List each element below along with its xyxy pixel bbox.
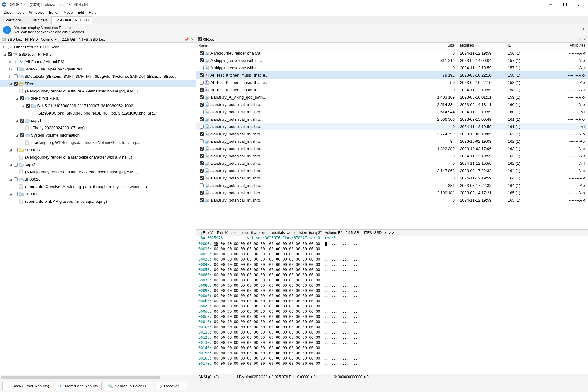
file-row[interactable]: alan.truly_botanical_mushro...02024-11-1… bbox=[196, 152, 588, 160]
file-checkbox[interactable] bbox=[200, 176, 204, 180]
tree-item[interactable]: ◢$F00025 bbox=[0, 190, 196, 198]
file-header-checkbox[interactable] bbox=[198, 37, 202, 41]
column-name[interactable]: Name bbox=[196, 43, 423, 49]
tree-checkbox[interactable] bbox=[20, 96, 24, 100]
file-checkbox[interactable] bbox=[200, 154, 204, 158]
tree-item[interactable]: ◢copy2 bbox=[0, 161, 196, 168]
expand-icon[interactable]: ▷ bbox=[9, 67, 13, 71]
file-panel-expand-icon[interactable]: ⤢ bbox=[578, 37, 581, 42]
hex-line[interactable]: 00020: 00 00 00 00 00 00 00 00 00 00 00 … bbox=[198, 252, 586, 257]
hex-line[interactable]: 00000: 00 00 00 00 00 00 00 00 00 00 00 … bbox=[198, 241, 586, 247]
hex-line[interactable]: 000f0: 00 00 00 00 00 00 00 00 00 00 00 … bbox=[198, 319, 586, 325]
tab-ssd-test-ntfs-0[interactable]: SSD test - NTFS 0 bbox=[51, 16, 92, 24]
hex-line[interactable]: 00170: 00 00 00 00 00 00 00 00 00 00 00 … bbox=[198, 361, 586, 366]
file-checkbox[interactable] bbox=[200, 58, 204, 62]
file-row[interactable]: alan.truly_botanical_mushro...1 822 3892… bbox=[196, 145, 588, 152]
menu-tools[interactable]: Tools bbox=[13, 10, 27, 15]
tree-item[interactable]: ▷▷↻[All Found / Virtual FS] bbox=[0, 58, 196, 65]
file-list-header[interactable]: Name Size Modified ID Attributes bbox=[196, 43, 588, 49]
back-button[interactable]: ← Back (Other Results) bbox=[2, 382, 53, 390]
file-checkbox[interactable] bbox=[200, 191, 204, 195]
file-row[interactable]: alan.truly_botanical_mushro...2 774 7992… bbox=[196, 130, 588, 138]
hex-line[interactable]: 00080: 00 00 00 00 00 00 00 00 00 00 00 … bbox=[198, 283, 586, 288]
hex-line[interactable]: 00120: 00 00 00 00 00 00 00 00 00 00 00 … bbox=[198, 335, 586, 340]
tree-checkbox[interactable] bbox=[14, 74, 18, 78]
tree-item[interactable]: ◢S-1-5-21-2105368396-2117109007-38103809… bbox=[0, 102, 196, 109]
expand-icon[interactable]: ▷ bbox=[9, 60, 13, 63]
column-attributes[interactable]: Attributes bbox=[545, 43, 588, 49]
menu-editor[interactable]: Editor bbox=[47, 10, 61, 15]
hex-line[interactable]: 00100: 00 00 00 00 00 00 00 00 00 00 00 … bbox=[198, 325, 586, 330]
tree-item[interactable]: ($IZ95K0C.png, $IV30I4L.png, $IQEKI6F.jp… bbox=[0, 109, 196, 117]
pin-icon[interactable]: 📌 bbox=[184, 37, 189, 42]
file-row[interactable]: alan.truly_botanical_mushro...3862023-08… bbox=[196, 182, 588, 189]
tree-checkbox[interactable] bbox=[14, 177, 18, 181]
file-checkbox[interactable] bbox=[200, 81, 204, 85]
file-checkbox[interactable] bbox=[200, 95, 204, 99]
file-checkbox[interactable] bbox=[200, 161, 204, 165]
tree-item[interactable]: ◢copy1 bbox=[0, 117, 196, 124]
hex-line[interactable]: 00130: 00 00 00 00 00 00 00 00 00 00 00 … bbox=[198, 340, 586, 345]
tree-item[interactable]: ◢$RECYCLE.BIN bbox=[0, 95, 196, 102]
file-row[interactable]: AI_Test_Kitchen_music_that...02024-11-12… bbox=[196, 86, 588, 93]
menu-edit[interactable]: Edit bbox=[75, 10, 86, 15]
search-folders-button[interactable]: 🔍 Search in Folders... bbox=[104, 382, 153, 390]
tree-item[interactable]: (A Midjourney render of a Mario-like cha… bbox=[0, 153, 196, 161]
expand-icon[interactable]: ◢ bbox=[15, 97, 19, 100]
hex-line[interactable]: 00110: 00 00 00 00 00 00 00 00 00 00 00 … bbox=[198, 330, 586, 335]
menu-mode[interactable]: Mode bbox=[61, 10, 75, 15]
file-row[interactable]: alan.truly_botanical_mushro...02024-11-1… bbox=[196, 123, 588, 130]
file-checkbox[interactable] bbox=[200, 117, 204, 121]
hex-line[interactable]: 00160: 00 00 00 00 00 00 00 00 00 00 00 … bbox=[198, 356, 586, 361]
tree-checkbox[interactable] bbox=[14, 163, 18, 167]
tree-item[interactable]: (Leonardo-pink AR glasses Times square.p… bbox=[0, 198, 196, 205]
maximize-button[interactable] bbox=[558, 0, 572, 9]
column-id[interactable]: ID bbox=[505, 43, 545, 49]
tree-checkbox[interactable] bbox=[14, 148, 18, 152]
menu-disk[interactable]: Disk bbox=[1, 10, 13, 15]
column-modified[interactable]: Modified bbox=[458, 43, 505, 49]
file-checkbox[interactable] bbox=[200, 183, 204, 187]
tree-item[interactable]: (Firefly 20230924233107.png) bbox=[0, 124, 196, 131]
file-checkbox[interactable] bbox=[200, 110, 204, 114]
expand-icon[interactable]: ▷ bbox=[2, 45, 7, 49]
tree-item[interactable]: (tracking.log, WPSettings.dat, IndexerVo… bbox=[0, 139, 196, 146]
file-row[interactable]: AI_Test_Kitchen_music_that_e...502023-05… bbox=[196, 79, 588, 86]
tab-full-scan[interactable]: Full Scan bbox=[26, 16, 51, 24]
expand-icon[interactable]: ◢ bbox=[2, 53, 7, 56]
tree-item[interactable]: ▷$MetaData ($Extend, $MFT, $MFTMirr, $Lo… bbox=[0, 73, 196, 80]
tree-item[interactable]: ◢$Root bbox=[0, 80, 196, 87]
tree-item[interactable]: ▷▷[Other Results + Full Scan] bbox=[0, 43, 196, 51]
hex-line[interactable]: 00150: 00 00 00 00 00 00 00 00 00 00 00 … bbox=[198, 351, 586, 356]
recover-button[interactable]: ⎘ Recover... bbox=[156, 382, 186, 390]
file-checkbox[interactable] bbox=[200, 132, 204, 136]
file-checkbox[interactable] bbox=[200, 103, 204, 107]
hex-line[interactable]: 000e0: 00 00 00 00 00 00 00 00 00 00 00 … bbox=[198, 314, 586, 319]
tree-checkbox[interactable] bbox=[14, 82, 18, 86]
tree-item[interactable]: ◢$F00017 bbox=[0, 146, 196, 153]
file-checkbox[interactable] bbox=[200, 73, 204, 77]
file-checkbox[interactable] bbox=[200, 88, 204, 92]
file-checkbox[interactable] bbox=[200, 147, 204, 151]
file-row[interactable]: alan.truly_botanical_mushro...942023-10-… bbox=[196, 138, 588, 145]
more-less-button[interactable]: ↻ More/Less Results bbox=[56, 382, 102, 390]
directory-tree[interactable]: ▷▷[Other Results + Full Scan]◢SSD test -… bbox=[0, 43, 196, 375]
menu-windows[interactable]: Windows bbox=[27, 10, 47, 15]
file-row[interactable]: alan.truly_botanical_mushro...02024-11-1… bbox=[196, 196, 588, 204]
file-row[interactable]: A shipping envelope with th...311 212202… bbox=[196, 57, 588, 64]
column-size[interactable]: Size bbox=[423, 43, 458, 49]
tree-horizontal-scrollbar[interactable] bbox=[0, 375, 196, 380]
tree-checkbox[interactable] bbox=[8, 52, 12, 56]
file-checkbox[interactable] bbox=[200, 169, 204, 173]
tree-item[interactable]: ◢SSD test - NTFS 0 bbox=[0, 51, 196, 58]
tree-checkbox[interactable] bbox=[20, 133, 24, 137]
file-row[interactable]: A shipping envelope with th...02024-11-1… bbox=[196, 64, 588, 71]
expand-icon[interactable]: ◢ bbox=[9, 148, 13, 152]
expand-icon[interactable]: ◢ bbox=[15, 119, 19, 122]
minimize-button[interactable] bbox=[544, 0, 558, 9]
expand-icon[interactable]: ◢ bbox=[9, 82, 13, 85]
hex-body[interactable]: 00000: 00 00 00 00 00 00 00 00 00 00 00 … bbox=[196, 241, 588, 374]
tree-checkbox[interactable] bbox=[14, 192, 18, 196]
file-panel-close-icon[interactable]: ✕ bbox=[583, 37, 586, 42]
expand-icon[interactable]: ▷ bbox=[9, 75, 13, 78]
